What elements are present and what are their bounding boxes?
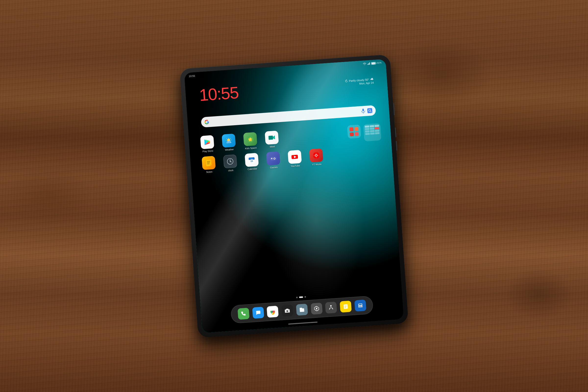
dock-calculator[interactable] [354, 300, 366, 312]
games-icon [266, 152, 280, 166]
svg-rect-7 [362, 108, 364, 111]
svg-rect-1 [368, 64, 368, 65]
dock-chrome[interactable] [267, 306, 279, 318]
svg-rect-31 [272, 158, 272, 159]
large-clock: 10:55 [199, 84, 239, 104]
battery-icon: 91% [371, 61, 382, 65]
folder-app-1 [349, 127, 354, 131]
svg-rect-15 [268, 136, 273, 140]
youtube-icon [288, 150, 302, 164]
folder-app-2 [354, 127, 359, 131]
calendar-widget[interactable] [363, 123, 382, 142]
svg-rect-5 [376, 62, 376, 64]
wifi-icon [363, 62, 366, 65]
youtube-label: YouTube [290, 164, 300, 168]
weather-icon [222, 134, 236, 148]
clock-icon [223, 154, 238, 168]
calendar-icon: 24 24 [244, 153, 259, 167]
folder-app-3 [350, 132, 354, 136]
svg-point-46 [330, 305, 332, 306]
svg-rect-0 [367, 64, 368, 65]
signal-icon [367, 62, 370, 65]
calendar-label: Calendar [248, 167, 257, 170]
app-kids-space[interactable]: 🌟 Kids Space [242, 132, 260, 150]
svg-rect-2 [369, 63, 369, 65]
dock-files[interactable] [296, 304, 308, 316]
ytmusic-icon [309, 148, 324, 162]
notes-label: Notes [206, 170, 213, 174]
svg-text:24: 24 [250, 160, 253, 162]
kids-space-label: Kids Space [245, 146, 257, 150]
ytmusic-label: YT Music [312, 163, 322, 166]
status-bar-time: 10:55 [189, 74, 195, 78]
meet-icon [264, 130, 279, 145]
app-play-store[interactable]: Play Store [198, 135, 216, 153]
refresh-icon [345, 80, 348, 82]
dock-settings[interactable] [310, 302, 322, 314]
svg-rect-6 [372, 62, 375, 64]
meet-label: Meet [270, 145, 275, 148]
dock-camera[interactable] [281, 304, 293, 316]
play-store-icon [200, 135, 214, 149]
notes-icon [202, 156, 216, 170]
play-store-label: Play Store [202, 149, 214, 153]
svg-rect-29 [270, 157, 276, 161]
battery-svg [371, 62, 377, 65]
app-clock[interactable]: clock [222, 154, 239, 172]
page-dot-1 [296, 297, 298, 298]
google-logo [204, 120, 209, 124]
app-meet[interactable]: Meet [263, 130, 281, 148]
clock-display: 10:55 [199, 84, 239, 104]
app-ytmusic[interactable]: YT Music [308, 148, 325, 166]
dock-notes[interactable] [340, 300, 352, 312]
tablet-body: 10:55 [180, 54, 409, 338]
tablet-screen: 10:55 [184, 59, 404, 333]
dock-meditation[interactable] [325, 302, 337, 314]
svg-rect-3 [370, 62, 370, 65]
battery-percent: 91% [377, 62, 382, 64]
app-weather[interactable]: Weather [220, 133, 238, 152]
cloud-icon: ☁️ [370, 78, 374, 81]
folder-app-4 [355, 132, 359, 136]
app-youtube[interactable]: YouTube [286, 150, 304, 168]
svg-rect-54 [359, 304, 362, 305]
app-notes[interactable]: Notes [200, 156, 218, 174]
kids-space-icon: 🌟 [243, 132, 258, 146]
app-calendar[interactable]: 24 24 Calendar [243, 153, 261, 171]
svg-point-45 [316, 308, 317, 310]
clock-label: clock [228, 169, 234, 172]
mic-icon[interactable] [361, 109, 366, 114]
app-games[interactable]: Games [264, 151, 282, 169]
games-label: Games [270, 166, 278, 169]
page-dot-2 [299, 296, 303, 298]
apps-folder-1[interactable] [347, 124, 361, 139]
svg-line-10 [370, 111, 372, 112]
dock-messages[interactable] [252, 307, 264, 319]
svg-text:🌟: 🌟 [248, 137, 253, 142]
dock-phone[interactable] [238, 308, 250, 320]
page-dot-3 [304, 296, 306, 298]
weather-label: Weather [225, 148, 234, 151]
google-lens-icon[interactable] [367, 108, 372, 113]
tablet-device: 10:55 [180, 54, 409, 338]
status-icons: 91% [363, 61, 382, 65]
